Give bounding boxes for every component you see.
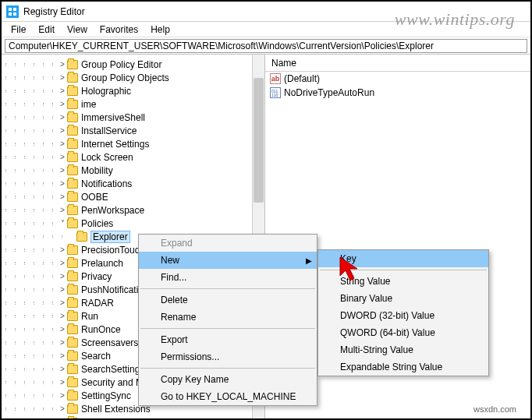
submenu-arrow-icon: ▶ xyxy=(306,256,312,265)
tree-item[interactable]: >PenWorkspace xyxy=(2,203,264,217)
folder-icon xyxy=(67,338,78,348)
folder-icon xyxy=(67,153,78,162)
ctx-permissions[interactable]: Permissions... xyxy=(139,348,317,365)
window-title: Registry Editor xyxy=(23,6,85,17)
ctx-export[interactable]: Export xyxy=(139,331,317,348)
svg-rect-0 xyxy=(9,8,12,11)
folder-icon xyxy=(67,325,78,334)
credit: wsxdn.com xyxy=(473,404,516,414)
tree-item[interactable]: ˅Policies xyxy=(2,217,264,230)
folder-icon xyxy=(67,60,78,69)
folder-icon xyxy=(76,232,87,242)
value-row[interactable]: 011110 NoDriveTypeAutoRun xyxy=(265,86,530,100)
folder-icon xyxy=(67,312,78,321)
ctx-new-dword[interactable]: DWORD (32-bit) Value xyxy=(318,307,488,324)
ctx-new-binary[interactable]: Binary Value xyxy=(318,290,488,307)
folder-icon xyxy=(67,418,78,419)
ctx-goto-hklm[interactable]: Go to HKEY_LOCAL_MACHINE xyxy=(139,388,317,405)
tree-item[interactable]: >Holographic xyxy=(2,84,264,97)
tree-item[interactable]: >ImmersiveShell xyxy=(2,111,264,124)
scrollbar-thumb[interactable] xyxy=(254,78,264,203)
folder-icon xyxy=(67,206,78,215)
folder-icon xyxy=(67,351,78,361)
folder-icon xyxy=(67,219,78,228)
string-value-icon: ab xyxy=(270,73,281,84)
folder-icon xyxy=(67,272,78,281)
folder-icon xyxy=(67,391,78,401)
folder-icon xyxy=(67,404,78,414)
folder-icon xyxy=(67,245,78,255)
tree-item[interactable]: >Lock Screen xyxy=(2,150,264,164)
folder-icon xyxy=(67,192,78,202)
tree-item[interactable]: >Group Policy Objects xyxy=(2,71,264,84)
ctx-delete[interactable]: Delete xyxy=(139,291,317,309)
tree-item[interactable]: >ime xyxy=(2,97,264,111)
menu-help[interactable]: Help xyxy=(144,23,176,37)
dword-value-icon: 011110 xyxy=(270,87,281,98)
folder-icon xyxy=(67,298,78,308)
svg-rect-1 xyxy=(13,8,16,11)
folder-icon xyxy=(67,365,78,374)
menu-favorites[interactable]: Favorites xyxy=(94,23,144,37)
ctx-new-expand[interactable]: Expandable String Value xyxy=(318,358,488,376)
menu-view[interactable]: View xyxy=(61,23,94,37)
folder-icon xyxy=(67,378,78,387)
ctx-new-key[interactable]: Key xyxy=(318,250,488,267)
folder-icon xyxy=(67,100,78,109)
column-name[interactable]: Name xyxy=(265,58,303,69)
context-menu: Expand New▶ Find... Delete Rename Export… xyxy=(138,234,317,406)
folder-icon xyxy=(67,285,78,295)
tree-item[interactable]: >Group Policy Editor xyxy=(2,58,264,71)
svg-rect-3 xyxy=(13,12,16,16)
context-submenu-new: Key String Value Binary Value DWORD (32-… xyxy=(317,249,489,376)
folder-icon xyxy=(67,259,78,268)
folder-icon xyxy=(67,113,78,122)
regedit-icon xyxy=(6,5,19,18)
address-bar xyxy=(2,37,530,55)
ctx-expand[interactable]: Expand xyxy=(139,235,317,252)
separator xyxy=(140,328,315,329)
tree-item[interactable]: >Notifications xyxy=(2,177,264,190)
value-name: (Default) xyxy=(284,73,320,84)
values-header[interactable]: Name xyxy=(265,55,530,72)
tree-item[interactable]: >SignalManager xyxy=(2,415,264,418)
separator xyxy=(320,270,487,270)
value-name: NoDriveTypeAutoRun xyxy=(284,87,374,98)
ctx-rename[interactable]: Rename xyxy=(139,309,317,326)
ctx-new-string[interactable]: String Value xyxy=(318,273,488,290)
folder-icon xyxy=(67,73,78,83)
tree-item[interactable]: >Mobility xyxy=(2,164,264,177)
svg-text:110: 110 xyxy=(271,93,278,97)
folder-icon xyxy=(67,139,78,149)
tree-item[interactable]: >OOBE xyxy=(2,190,264,203)
folder-icon xyxy=(67,86,78,96)
ctx-new-qword[interactable]: QWORD (64-bit) Value xyxy=(318,324,488,341)
ctx-new[interactable]: New▶ xyxy=(139,252,317,269)
ctx-find[interactable]: Find... xyxy=(139,269,317,286)
tree-item[interactable]: >Internet Settings xyxy=(2,137,264,150)
registry-editor-window: Registry Editor File Edit View Favorites… xyxy=(0,0,532,420)
ctx-copy-key-name[interactable]: Copy Key Name xyxy=(139,371,317,388)
menubar: File Edit View Favorites Help xyxy=(2,22,530,37)
svg-rect-2 xyxy=(9,12,12,16)
value-row[interactable]: ab (Default) xyxy=(265,72,530,86)
menu-file[interactable]: File xyxy=(5,23,32,37)
folder-icon xyxy=(67,166,78,175)
folder-icon xyxy=(67,126,78,136)
separator xyxy=(140,368,315,369)
folder-icon xyxy=(67,179,78,189)
separator xyxy=(140,288,315,289)
titlebar[interactable]: Registry Editor xyxy=(2,2,530,22)
menu-edit[interactable]: Edit xyxy=(32,23,61,37)
ctx-new-multi[interactable]: Multi-String Value xyxy=(318,341,488,358)
tree-item[interactable]: >InstallService xyxy=(2,124,264,137)
address-input[interactable] xyxy=(5,39,527,53)
